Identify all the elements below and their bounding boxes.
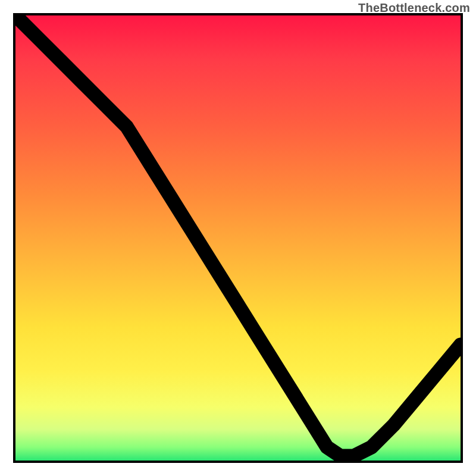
curve-layer	[15, 15, 461, 461]
plot-area	[13, 13, 463, 463]
bottleneck-curve	[15, 15, 461, 456]
chart-container: TheBottleneck.com	[0, 0, 476, 476]
